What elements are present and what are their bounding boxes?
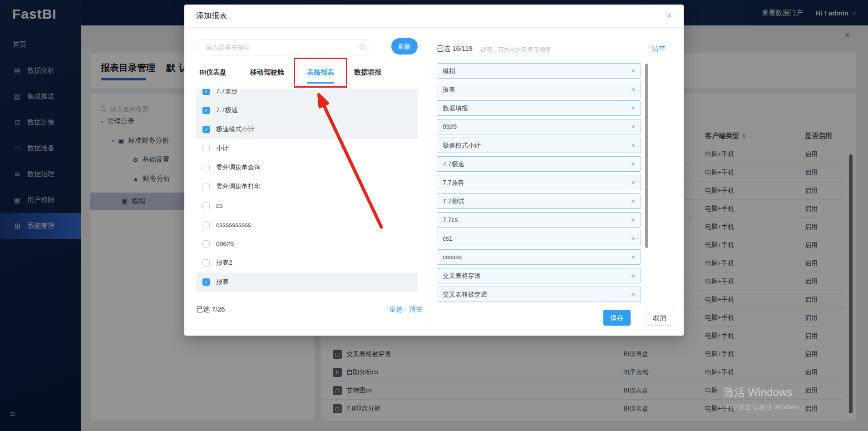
divider — [184, 27, 684, 28]
report-option-row[interactable]: 委外调拨单查询 — [196, 158, 418, 177]
selected-report-chip[interactable]: 7.7测试 × — [437, 193, 641, 209]
remove-icon[interactable]: × — [631, 119, 635, 134]
report-option-label: 极速模式小计 — [216, 125, 254, 134]
selected-report-chip[interactable]: 0929 × — [437, 119, 641, 134]
report-type-tab[interactable]: BI仪表盘 — [199, 61, 227, 84]
remove-icon[interactable]: × — [631, 250, 635, 264]
checkbox[interactable] — [202, 89, 210, 95]
close-icon[interactable]: × — [666, 11, 672, 20]
save-button[interactable]: 保存 — [603, 310, 631, 326]
checkbox[interactable] — [202, 259, 210, 267]
selected-report-chip[interactable]: 交叉表格被穿透 × — [437, 287, 641, 302]
report-option-label: 7.7兼容 — [216, 89, 237, 95]
report-option-row[interactable]: 委外调拨单打印 — [196, 177, 418, 196]
checkbox[interactable] — [202, 202, 210, 209]
remove-icon[interactable]: × — [631, 157, 635, 171]
remove-icon[interactable]: × — [631, 175, 635, 190]
report-option-label: cssssssssss — [216, 221, 251, 228]
refresh-button[interactable]: 刷新 — [391, 38, 418, 54]
selected-report-chip[interactable]: 交叉表格穿透 × — [437, 268, 641, 283]
clear-left-link[interactable]: 清空 — [409, 305, 423, 314]
report-option-label: 7.7极速 — [216, 106, 237, 114]
tab-label: 表格报表 — [307, 68, 334, 76]
selected-report-label: 0929 — [443, 119, 457, 134]
report-option-row[interactable]: 报表 — [196, 272, 418, 292]
selected-report-list: 模拟 × 报表 × 数据填报 × 0929 × 极速模式小计 × 7.7极速 ×… — [437, 60, 645, 303]
select-all-link[interactable]: 全选 — [389, 305, 403, 314]
remove-icon[interactable]: × — [631, 287, 635, 302]
drag-hint-text: 说明：可拖动排列显示顺序。 — [480, 46, 557, 54]
selected-report-chip[interactable]: 数据填报 × — [437, 100, 641, 116]
selected-report-label: csssss — [443, 250, 462, 264]
checkbox[interactable] — [202, 145, 210, 152]
selected-report-chip[interactable]: 极速模式小计 × — [437, 138, 641, 153]
selected-report-label: 交叉表格被穿透 — [443, 287, 487, 302]
selected-report-label: 7.7cs — [443, 213, 458, 227]
remove-icon[interactable]: × — [631, 231, 635, 246]
checkbox[interactable] — [202, 164, 210, 171]
report-type-tabs: BI仪表盘 移动驾驶舱 表格报表 数据填报 — [199, 61, 381, 84]
divider — [428, 27, 428, 336]
report-option-row[interactable]: cssssssssss — [196, 215, 418, 234]
selected-report-label: 模拟 — [443, 64, 455, 78]
report-type-tab[interactable]: 表格报表 — [307, 61, 334, 84]
selected-report-chip[interactable]: 报表 × — [437, 82, 641, 97]
selected-list-scrollbar[interactable] — [645, 64, 648, 248]
report-option-row[interactable]: 小计 — [196, 139, 418, 158]
watermark-line1: 激活 Windows — [723, 385, 806, 400]
report-option-label: cs — [216, 202, 222, 209]
remove-icon[interactable]: × — [631, 194, 635, 208]
selected-report-label: 交叉表格穿透 — [443, 268, 481, 283]
selected-report-chip[interactable]: 7.7cs × — [437, 212, 641, 228]
cancel-button[interactable]: 取消 — [646, 310, 673, 326]
report-option-label: 09629 — [216, 240, 234, 248]
selected-report-chip[interactable]: 7.7极速 × — [437, 156, 641, 172]
selected-report-label: 7.7测试 — [443, 194, 464, 208]
selected-report-label: 极速模式小计 — [443, 138, 481, 153]
remove-icon[interactable]: × — [631, 213, 635, 227]
report-option-label: 委外调拨单查询 — [216, 163, 261, 172]
report-option-row[interactable]: 7.7极速 — [196, 101, 418, 120]
tab-label: BI仪表盘 — [199, 68, 227, 76]
report-checkbox-list: 7.7兼容 7.7极速 极速模式小计 小计 委外调拨单查询 委外调拨单打印 cs — [196, 89, 418, 294]
checkbox[interactable] — [202, 221, 210, 228]
windows-activation-watermark: 激活 Windows 转到"设置"以激活 Windows。 — [723, 385, 806, 411]
watermark-line2: 转到"设置"以激活 Windows。 — [723, 403, 806, 411]
report-option-row[interactable]: 7.7兼容 — [196, 89, 418, 101]
report-option-label: 委外调拨单打印 — [216, 183, 261, 191]
report-option-label: 小计 — [216, 144, 229, 153]
checkbox[interactable] — [202, 278, 210, 286]
selected-report-chip[interactable]: csssss × — [437, 249, 641, 265]
dialog-title: 添加报表 — [196, 10, 227, 21]
remove-icon[interactable]: × — [631, 64, 635, 78]
checkbox[interactable] — [202, 240, 210, 248]
report-type-tab[interactable]: 数据填报 — [354, 61, 381, 84]
report-search-input[interactable] — [197, 44, 359, 51]
selected-report-chip[interactable]: 7.7兼容 × — [437, 175, 641, 190]
report-option-row[interactable]: cs — [196, 196, 418, 215]
selected-report-label: 数据填报 — [443, 101, 468, 115]
report-option-row[interactable]: 报表2 — [196, 253, 418, 272]
report-option-row[interactable]: 极速模式小计 — [196, 120, 418, 139]
remove-icon[interactable]: × — [631, 138, 635, 153]
report-option-row[interactable]: 09629 — [196, 234, 418, 253]
checkbox[interactable] — [202, 107, 210, 114]
remove-icon[interactable]: × — [631, 101, 635, 115]
right-selected-count: 已选 16/119 — [437, 45, 473, 53]
clear-right-link[interactable]: 清空 — [652, 45, 666, 53]
selected-report-label: cs1 — [443, 231, 453, 246]
report-option-label: 报表2 — [216, 259, 232, 267]
selected-report-label: 报表 — [443, 82, 455, 97]
report-option-label: 报表 — [216, 278, 229, 286]
report-type-tab[interactable]: 移动驾驶舱 — [247, 61, 287, 84]
left-selected-count: 已选 7/26 — [196, 305, 225, 314]
add-report-dialog: 添加报表 × 刷新 BI仪表盘 移动驾驶舱 表格报表 数据填报 7.7兼容 7.… — [184, 5, 684, 336]
report-search[interactable] — [196, 39, 373, 55]
selected-report-chip[interactable]: cs1 × — [437, 231, 641, 246]
remove-icon[interactable]: × — [631, 82, 635, 97]
remove-icon[interactable]: × — [631, 268, 635, 283]
selected-report-chip[interactable]: 模拟 × — [437, 63, 641, 79]
checkbox[interactable] — [202, 183, 210, 190]
tab-label: 移动驾驶舱 — [250, 68, 284, 76]
checkbox[interactable] — [202, 126, 210, 133]
